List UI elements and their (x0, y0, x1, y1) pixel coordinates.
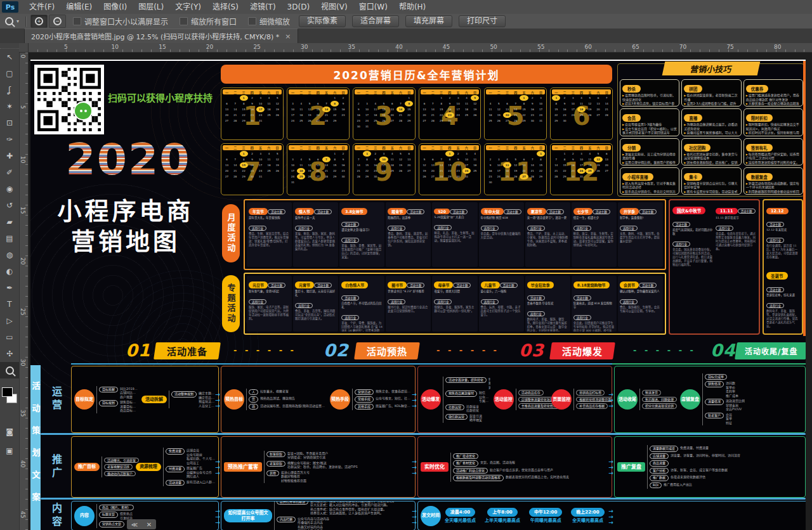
option-button-2[interactable]: 填充屏幕 (405, 15, 452, 27)
activity-card-4: 520活动主题5.20因爱放"价" 大表白适用行业鲜花、礼品、美妆、生鲜等，加购… (432, 202, 477, 267)
day: 16 (454, 162, 462, 168)
zoom-tool-icon[interactable] (5, 17, 13, 25)
menubar-item-9[interactable]: 窗口(W) (353, 0, 393, 14)
mindmap-cluster: 活动爆发活动全面放量，提升转化特点秒杀限时折扣满减/凑单预售商品尾款催付短信公众… (421, 377, 490, 423)
wechat-icon (74, 101, 93, 120)
group-label: 常规手段 (355, 396, 374, 403)
quick-mask-button[interactable]: ◙ (0, 423, 19, 440)
day: 11 (577, 101, 586, 107)
day: 15 (240, 107, 248, 112)
menubar-item-5[interactable]: 选择(S) (207, 0, 244, 14)
eyedropper-tool-icon[interactable]: ✑ (0, 131, 19, 148)
tip-label: 集卡 (684, 173, 702, 181)
leaf-text: 专属客服跟进催付 (479, 399, 490, 403)
lasso-tool-icon[interactable]: ʆ (0, 82, 19, 98)
hand-tool-icon[interactable]: ✣ (0, 346, 19, 362)
healing-brush-tool-icon[interactable]: ✚ (0, 148, 19, 164)
type-tool-icon[interactable]: T (0, 296, 19, 313)
tip-card-8: 签到有礼▶每日签到赠送用户积分奖励，培养用户每日二次访问习惯▶连续签到发放阶梯型… (743, 138, 803, 165)
clone-stamp-tool-icon[interactable]: ◉ (0, 181, 19, 197)
day: 2 (445, 95, 454, 101)
day: 15 (363, 162, 371, 168)
day: 9 (355, 107, 363, 112)
dodge-tool-icon[interactable]: ◐ (0, 263, 19, 280)
arrow-icon: → (410, 403, 419, 409)
menubar-item-2[interactable]: 图像(I) (98, 0, 133, 14)
option-checkbox-0[interactable]: 调整窗口大小以满屏显示 (73, 16, 168, 27)
menubar-item-6[interactable]: 滤镜(T) (244, 0, 282, 14)
document-scroll-controls[interactable]: ≪✕ (127, 519, 156, 529)
activity-card-6: 夏凉节活动主题来一场"清凉盛夏节"，清凉一夏适用行业食品、个护、美妆、水上运动、… (525, 202, 570, 267)
zoom-out-button[interactable]: − (49, 15, 66, 28)
group-label: 商品流量 (650, 460, 669, 467)
day: 12 (396, 157, 405, 162)
ruler-number: 30 (20, 359, 26, 366)
leaf-text: 售后跟进、问题处理 (642, 397, 677, 403)
mindmap-groups: 营销活动预售定金、优惠券提前领取常规手段公众号推文、短信、社群预告其他手段朋友圈… (352, 389, 412, 411)
tool-preset-caret-icon[interactable]: ▾ (16, 18, 19, 24)
day: 22 (331, 112, 339, 118)
menubar-item-7[interactable]: 3D(D) (282, 0, 315, 14)
menubar-item-4[interactable]: 文字(Y) (169, 0, 207, 14)
move-tool-icon[interactable]: ↖ (0, 49, 19, 65)
day-blank (437, 151, 445, 157)
day: 26 (421, 174, 429, 179)
option-button-0[interactable]: 实际像素 (299, 15, 346, 27)
option-button-1[interactable]: 适合屏幕 (352, 15, 399, 27)
option-checkbox-2[interactable]: 细微缩放 (248, 16, 290, 27)
zoom-in-button[interactable]: + (30, 15, 48, 28)
group-leaves: 物流发货售后跟进、问题处理积分兑换返现或追销 (642, 389, 677, 410)
day: 3 (289, 157, 297, 162)
group-leaves: 活动曝光、引流获客老客唤醒促活跃撬动站内沉默客户 (104, 457, 133, 477)
group-label: 流量情况 (705, 399, 724, 405)
screen-mode-button[interactable]: ▣ (0, 443, 19, 459)
document-canvas[interactable]: 扫码可以获得小程序扶持 2020 小程序电商 营销地图 2020营销日历&全年营… (30, 60, 806, 530)
day: 26 (305, 174, 313, 179)
gradient-tool-icon[interactable]: ▤ (0, 230, 19, 247)
menubar-item-1[interactable]: 编辑(E) (60, 0, 98, 14)
crop-tool-icon[interactable]: ⊡ (0, 115, 19, 131)
shape-tool-icon[interactable]: ▭ (0, 329, 19, 346)
day: 13 (421, 107, 429, 112)
marquee-tool-icon[interactable]: ▢ (0, 65, 19, 82)
pen-tool-icon[interactable]: ✒ (0, 280, 19, 296)
menubar-item-0[interactable]: 文件(F) (23, 0, 60, 14)
day: 2 (569, 151, 577, 157)
month-days: 1234567891011121314151617181920212223242… (552, 151, 611, 179)
zoom-tool-icon[interactable] (0, 362, 19, 378)
tip-card-1: 拼团▶低价拼团裂变获客，老带新快速二次传播▶设置2-3人成团降低参与门槛，提升开… (681, 79, 741, 107)
menubar-item-3[interactable]: 图层(L) (133, 0, 169, 14)
festival-title: 国庆&中秋节 (672, 207, 705, 214)
panel-grip[interactable] (0, 43, 19, 49)
option-button-3[interactable]: 打印尺寸 (459, 15, 506, 27)
group-label: 场 (249, 404, 258, 410)
doc-control-icon-1[interactable]: ✕ (147, 521, 152, 528)
menubar-item-8[interactable]: 视图(V) (315, 0, 353, 14)
blur-tool-icon[interactable]: ◍ (0, 247, 19, 263)
group-leaves: 特点秒杀限时折扣满减/凑单 (488, 377, 490, 390)
brush-tool-icon[interactable]: ✐ (0, 164, 19, 181)
day: 30 (355, 124, 363, 129)
day: 7 (396, 101, 405, 107)
mindmap-root: 活动拆解 (141, 396, 167, 403)
document-tab[interactable]: 2020小程序电商营销地图.jpg @ 12.5% (扫码可以获得小程序扶持, … (24, 29, 298, 43)
stage-box-04: 活动收尾/复盘 (735, 342, 806, 359)
option-checkbox-1[interactable]: 缩放所有窗口 (180, 16, 237, 27)
path-select-tool-icon[interactable]: ▷ (0, 313, 19, 329)
close-tab-icon[interactable]: × (285, 32, 291, 41)
bullet-icon: ▶ (622, 190, 624, 193)
magic-wand-tool-icon[interactable]: ✶ (0, 98, 19, 115)
menubar-item-10[interactable]: 帮助(H) (393, 0, 431, 14)
foreground-color-swatch[interactable] (2, 387, 13, 397)
day-blank (355, 95, 363, 101)
day: 8 (537, 157, 545, 162)
eraser-tool-icon[interactable]: ▰ (0, 214, 19, 230)
stage-number-01: 01 (126, 340, 151, 360)
flow-arrows-icon: →→→ (606, 508, 615, 526)
day: 21 (511, 112, 520, 118)
doc-control-icon-0[interactable]: ≪ (131, 521, 138, 528)
industry-text: 全品类，国庆黄金周叠加中秋，可围绕团圆场景推出系列活动，出行与礼赠需求旺盛，假日… (672, 248, 713, 267)
history-brush-tool-icon[interactable]: ↺ (0, 197, 19, 214)
stage-label: 活动预热 (367, 344, 407, 358)
industry-pill: 适用行业 (573, 226, 591, 231)
